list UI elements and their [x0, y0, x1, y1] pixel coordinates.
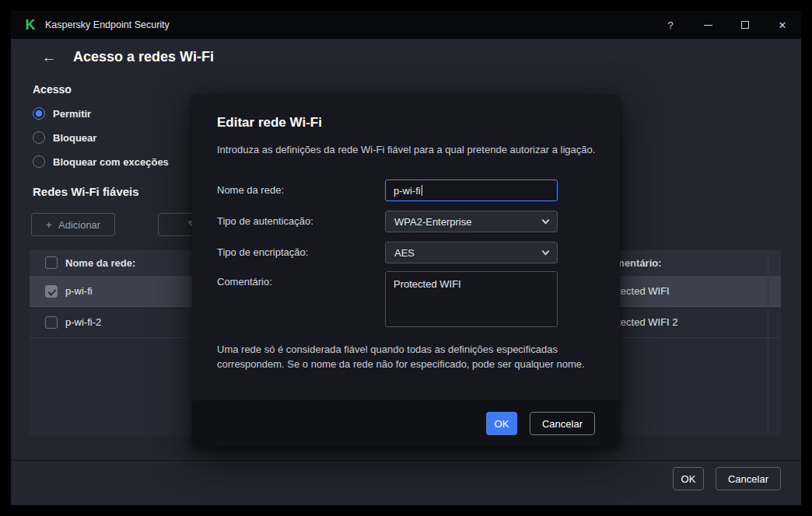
- network-name-input[interactable]: p-wi-fi: [385, 180, 558, 201]
- dialog-footer: OK Cancelar: [192, 400, 620, 447]
- footer-divider: [11, 460, 801, 461]
- titlebar: K Kaspersky Endpoint Security ? ✕: [11, 11, 801, 39]
- row-checkbox[interactable]: [45, 285, 58, 298]
- add-button-label: Adicionar: [58, 219, 100, 231]
- close-icon: ✕: [779, 19, 787, 31]
- radio-label: Bloquear: [53, 132, 96, 144]
- maximize-button[interactable]: [726, 11, 764, 39]
- encryption-type-value: AES: [394, 247, 415, 259]
- radio-bloquear[interactable]: Bloquear: [33, 130, 96, 145]
- encryption-type-select[interactable]: AES: [385, 242, 558, 263]
- help-button[interactable]: ?: [652, 11, 689, 39]
- app-window: K Kaspersky Endpoint Security ? ✕ ← Aces…: [11, 11, 801, 505]
- window-cancel-button[interactable]: Cancelar: [716, 467, 781, 490]
- network-name-cell: p-wi-fi-2: [65, 316, 101, 328]
- dialog-title: Editar rede Wi-Fi: [217, 115, 322, 131]
- access-heading: Acesso: [33, 83, 72, 96]
- minimize-icon: [704, 25, 712, 26]
- row-checkbox[interactable]: [45, 316, 58, 329]
- auth-type-value: WPA2-Enterprise: [394, 216, 471, 228]
- help-icon: ?: [667, 19, 673, 31]
- page-title: Acesso a redes Wi-Fi: [73, 49, 214, 65]
- comment-label: Comentário:: [217, 276, 272, 288]
- maximize-icon: [741, 21, 749, 29]
- add-network-button[interactable]: + Adicionar: [31, 213, 115, 236]
- back-button[interactable]: ←: [39, 47, 59, 68]
- main-content: ← Acesso a redes Wi-Fi Acesso Permitir B…: [11, 39, 801, 505]
- window-controls: ? ✕: [652, 11, 801, 39]
- encryption-type-label: Tipo de encriptação:: [217, 246, 308, 258]
- radio-label: Bloquear com exceções: [53, 156, 169, 168]
- trusted-networks-heading: Redes Wi-Fi fiáveis: [33, 185, 139, 198]
- network-name-cell: p-wi-fi: [65, 285, 93, 297]
- close-button[interactable]: ✕: [764, 11, 801, 39]
- dialog-note: Uma rede só é considerada fiável quando …: [217, 342, 589, 371]
- auth-type-label: Tipo de autenticação:: [217, 215, 313, 227]
- dialog-ok-button[interactable]: OK: [486, 412, 517, 435]
- dialog-cancel-button[interactable]: Cancelar: [530, 412, 595, 435]
- chevron-down-icon: [542, 216, 550, 224]
- plus-icon: +: [46, 218, 52, 231]
- auth-type-select[interactable]: WPA2-Enterprise: [385, 211, 558, 232]
- window-ok-button[interactable]: OK: [673, 467, 704, 490]
- radio-bloquear-excecoes[interactable]: Bloquear com exceções: [33, 154, 169, 169]
- comment-value: Protected WIFI: [394, 278, 461, 290]
- dialog-description: Introduza as definições da rede Wi-Fi fi…: [217, 142, 597, 157]
- edit-wifi-dialog: Editar rede Wi-Fi Introduza as definiçõe…: [192, 95, 620, 447]
- radio-icon: [33, 155, 45, 168]
- radio-icon: [33, 107, 45, 120]
- radio-permitir[interactable]: Permitir: [33, 106, 91, 121]
- network-name-value: p-wi-fi: [394, 185, 421, 197]
- radio-icon: [33, 131, 45, 144]
- minimize-button[interactable]: [689, 11, 726, 39]
- radio-label: Permitir: [53, 108, 91, 120]
- app-title: Kaspersky Endpoint Security: [45, 19, 170, 30]
- network-name-label: Nome da rede:: [217, 184, 284, 196]
- chevron-down-icon: [542, 247, 550, 255]
- text-caret: [422, 185, 422, 196]
- select-all-checkbox[interactable]: [45, 256, 58, 269]
- name-column-header: Nome da rede:: [65, 257, 135, 269]
- comment-textarea[interactable]: Protected WIFI: [385, 271, 558, 327]
- table-scroll-gutter: [768, 250, 768, 435]
- kaspersky-logo-icon: K: [23, 17, 38, 33]
